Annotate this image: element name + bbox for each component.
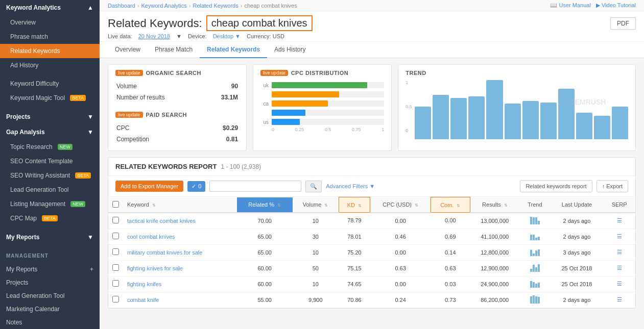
sort-icon-kd: ⇅ bbox=[358, 204, 362, 208]
cpc-cell: 0.63 bbox=[370, 260, 431, 276]
serp-cell[interactable]: ☰ bbox=[603, 244, 635, 260]
serp-icon[interactable]: ☰ bbox=[617, 217, 622, 223]
sidebar-item-mgmt-my-reports[interactable]: My Reports + bbox=[0, 263, 100, 276]
cpc-bar-fill-us bbox=[272, 119, 300, 125]
breadcrumb-keyword-analytics[interactable]: Keyword Analytics bbox=[141, 3, 187, 9]
cpc-label-uk: uk bbox=[260, 83, 269, 88]
sidebar-item-label: Listing Management bbox=[10, 200, 65, 208]
report-section: RELATED KEYWORDS REPORT 1 - 100 (2,938) … bbox=[108, 157, 636, 309]
chevron-down-icon: ▼ bbox=[87, 113, 93, 120]
trend-cell bbox=[519, 276, 550, 292]
sidebar-item-mgmt-notes[interactable]: Notes bbox=[0, 316, 100, 329]
sidebar-my-reports-header[interactable]: My Reports ▼ bbox=[0, 230, 100, 245]
sidebar-projects-header[interactable]: Projects ▼ bbox=[0, 109, 100, 124]
breadcrumb-related-keywords[interactable]: Related Keywords bbox=[193, 3, 238, 9]
th-cpc[interactable]: CPC (USD) ⇅ bbox=[370, 197, 431, 213]
tab-phrase-match[interactable]: Phrase Match bbox=[148, 42, 200, 58]
row-select-checkbox[interactable] bbox=[112, 264, 119, 271]
sidebar-item-seo-writing[interactable]: SEO Writing Assistant BETA bbox=[0, 168, 100, 183]
stat-label: Competition bbox=[116, 134, 199, 144]
row-select-checkbox[interactable] bbox=[112, 248, 119, 255]
check-count-button[interactable]: ✓ 0 bbox=[187, 181, 205, 192]
sidebar-item-keyword-difficulty[interactable]: Keyword Difficulty bbox=[0, 77, 100, 91]
sidebar-item-keyword-magic[interactable]: Keyword Magic Tool BETA bbox=[0, 91, 100, 105]
stats-row: live update ORGANIC SEARCH Volume 90 Num… bbox=[108, 64, 636, 151]
keyword-search-input[interactable] bbox=[209, 181, 301, 192]
sidebar-item-phrase-match[interactable]: Phrase match bbox=[0, 30, 100, 44]
live-date[interactable]: 20 Nov 2018 bbox=[138, 33, 170, 39]
related-cell: 70.00 bbox=[237, 213, 293, 229]
serp-icon[interactable]: ☰ bbox=[617, 233, 622, 239]
sidebar-item-seo-content[interactable]: SEO Content Template bbox=[0, 154, 100, 168]
serp-icon[interactable]: ☰ bbox=[617, 296, 622, 302]
serp-icon[interactable]: ☰ bbox=[617, 265, 622, 271]
row-select-checkbox[interactable] bbox=[112, 280, 119, 287]
pdf-button[interactable]: PDF bbox=[610, 17, 636, 30]
tab-overview[interactable]: Overview bbox=[108, 42, 148, 58]
keyword-cell[interactable]: military combat knives for sale bbox=[123, 244, 237, 260]
row-select-checkbox[interactable] bbox=[112, 233, 119, 239]
th-com[interactable]: Com. ⇅ bbox=[431, 197, 470, 213]
device-button[interactable]: Desktop ▼ bbox=[213, 33, 241, 39]
sidebar-item-related-keywords[interactable]: Related Keywords bbox=[0, 44, 100, 58]
th-kd[interactable]: KD ⇅ bbox=[339, 197, 370, 213]
th-results[interactable]: Results ⇅ bbox=[470, 197, 519, 213]
volume-cell: 50 bbox=[293, 260, 339, 276]
th-related[interactable]: Related % ⇅ bbox=[237, 197, 293, 213]
chevron-down-icon-2: ▼ bbox=[87, 129, 93, 136]
row-select-checkbox[interactable] bbox=[112, 296, 119, 302]
export-button[interactable]: ↑ Export bbox=[597, 180, 628, 192]
serp-cell[interactable]: ☰ bbox=[603, 276, 635, 292]
sidebar-item-mgmt-mktg-cal[interactable]: Marketing Calendar bbox=[0, 302, 100, 316]
breadcrumb-dashboard[interactable]: Dashboard bbox=[108, 3, 135, 9]
serp-cell[interactable]: ☰ bbox=[603, 213, 635, 229]
sidebar-item-cpc-map[interactable]: CPC Map BETA bbox=[0, 211, 100, 225]
paid-search-header: live update PAID SEARCH bbox=[115, 112, 239, 118]
keyword-cell[interactable]: fighting knifes bbox=[123, 276, 237, 292]
serp-cell[interactable]: ☰ bbox=[603, 260, 635, 276]
table-row: fighting knives for sale 60.00 50 75.15 … bbox=[108, 260, 635, 276]
video-tutorial-link[interactable]: ▶ Video Tutorial bbox=[596, 2, 636, 9]
cpc-bar-ca: ca bbox=[260, 100, 384, 107]
th-keyword[interactable]: Keyword ⇅ bbox=[123, 197, 237, 213]
keyword-cell[interactable]: cool combat knives bbox=[123, 229, 237, 244]
trend-cell bbox=[519, 229, 550, 244]
keyword-cell[interactable]: tactical knife combat knives bbox=[123, 213, 237, 229]
row-checkbox bbox=[108, 244, 123, 260]
sidebar-item-topic-research[interactable]: Topic Research NEW bbox=[0, 140, 100, 154]
sidebar-keyword-analytics-header[interactable]: Keyword Analytics ▲ bbox=[0, 0, 100, 15]
sidebar-item-mgmt-lead-gen[interactable]: Lead Generation Tool bbox=[0, 289, 100, 302]
th-volume[interactable]: Volume ⇅ bbox=[293, 197, 339, 213]
keyword-cell[interactable]: combat knife bbox=[123, 292, 237, 308]
tab-ads-history[interactable]: Ads History bbox=[267, 42, 313, 58]
tab-related-keywords[interactable]: Related Keywords bbox=[200, 42, 267, 58]
add-export-manager-button[interactable]: Add to Export Manager bbox=[115, 181, 183, 192]
sidebar-item-ad-history[interactable]: Ad History bbox=[0, 58, 100, 72]
serp-cell[interactable]: ☰ bbox=[603, 292, 635, 308]
sidebar-item-listing-mgmt[interactable]: Listing Management NEW bbox=[0, 197, 100, 211]
sidebar-gap-analysis-header[interactable]: Gap Analysis ▼ bbox=[0, 124, 100, 140]
cpc-bar-4 bbox=[260, 110, 384, 116]
check-icon: ✓ bbox=[192, 183, 196, 190]
serp-icon[interactable]: ☰ bbox=[617, 249, 622, 255]
stat-value: 33.1M bbox=[207, 92, 238, 103]
keyword-cell[interactable]: fighting knives for sale bbox=[123, 260, 237, 276]
table-container: Keyword ⇅ Related % ⇅ Volume ⇅ KD ⇅ CPC … bbox=[108, 197, 635, 308]
related-report-button[interactable]: Related keywords report bbox=[520, 180, 592, 192]
content-area: live update ORGANIC SEARCH Volume 90 Num… bbox=[100, 58, 644, 329]
sidebar-item-mgmt-projects[interactable]: Projects bbox=[0, 276, 100, 289]
select-all-checkbox[interactable] bbox=[112, 201, 119, 208]
axis-075: 0.75 bbox=[352, 127, 361, 132]
last-update-cell: 25 Oct 2018 bbox=[551, 276, 604, 292]
serp-icon[interactable]: ☰ bbox=[617, 281, 622, 287]
user-manual-link[interactable]: 📖 User Manual bbox=[550, 2, 590, 9]
related-cell: 60.00 bbox=[237, 260, 293, 276]
search-button[interactable]: 🔍 bbox=[305, 181, 322, 192]
last-update-cell: 3 days ago bbox=[551, 244, 604, 260]
sidebar-item-lead-gen[interactable]: Lead Generation Tool bbox=[0, 183, 100, 197]
row-select-checkbox[interactable] bbox=[112, 217, 119, 223]
advanced-filters-button[interactable]: Advanced Filters ▼ bbox=[326, 183, 375, 189]
axis-1: 1 bbox=[381, 127, 384, 132]
serp-cell[interactable]: ☰ bbox=[603, 229, 635, 244]
sidebar-item-overview[interactable]: Overview bbox=[0, 15, 100, 30]
